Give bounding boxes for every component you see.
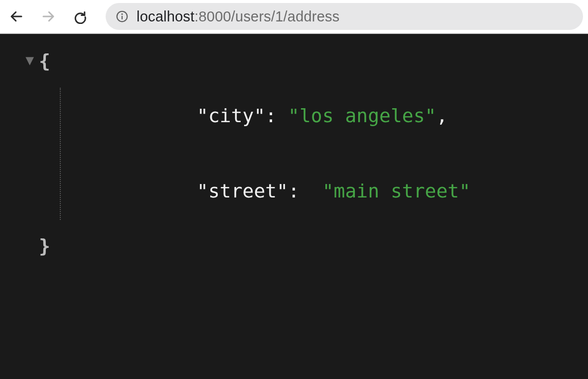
json-value: "main street" [322, 180, 470, 202]
gutter: ▼ [10, 51, 39, 68]
back-button[interactable] [5, 5, 28, 28]
json-close-row: } [10, 236, 578, 257]
arrow-left-icon [9, 9, 24, 24]
open-brace: { [39, 51, 50, 72]
json-open-row: ▼ { [10, 51, 578, 72]
collapse-toggle-icon[interactable]: ▼ [25, 53, 34, 68]
json-comma: , [437, 105, 448, 127]
svg-point-1 [121, 13, 123, 15]
json-value: "los angeles" [288, 105, 436, 127]
reload-icon [73, 9, 88, 24]
address-bar[interactable]: localhost:8000/users/1/address [106, 3, 583, 30]
url-path: :8000/users/1/address [194, 8, 339, 24]
arrow-right-icon [41, 9, 56, 24]
json-body: "city": "los angeles", "street": "main s… [39, 85, 578, 223]
json-viewer: ▼ { "city": "los angeles", "street": "ma… [0, 34, 588, 379]
site-info-button[interactable] [116, 10, 129, 23]
json-colon: : [265, 105, 288, 127]
url-host: localhost [137, 8, 194, 24]
json-entry: "city": "los angeles", [106, 85, 578, 147]
json-key: "city" [197, 105, 265, 127]
svg-rect-2 [122, 15, 123, 19]
close-brace: } [39, 236, 50, 257]
json-entry: "street": "main street" [106, 160, 578, 222]
info-icon [116, 10, 129, 23]
forward-button[interactable] [37, 5, 60, 28]
url-text: localhost:8000/users/1/address [137, 8, 339, 25]
reload-button[interactable] [69, 5, 92, 28]
json-colon: : [288, 180, 322, 202]
browser-toolbar: localhost:8000/users/1/address [0, 0, 588, 33]
json-key: "street" [197, 180, 288, 202]
